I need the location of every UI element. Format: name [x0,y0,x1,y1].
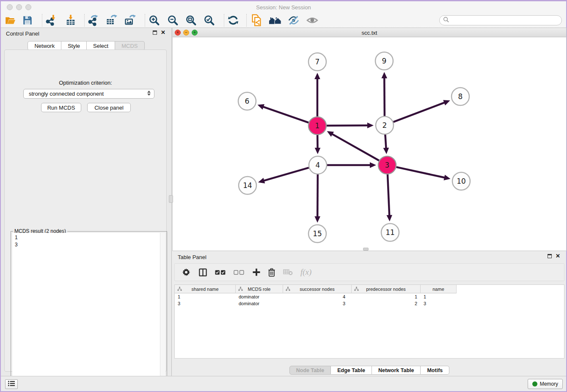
graph-edge-3-1[interactable] [332,134,379,160]
zoom-in-button[interactable] [147,14,161,26]
graph-edge-3-11[interactable] [388,174,389,216]
graph-edge-3-10[interactable] [396,167,445,178]
table-body: 1dominator4113dominator323 [175,293,564,307]
hide-panel-button[interactable] [286,14,301,26]
tab-network-table[interactable]: Network Table [372,366,421,375]
mcds-result-groupbox: MCDS result (2 nodes) 13 [11,231,167,390]
graph-edge-2-9[interactable] [384,77,385,116]
window-title: Session: New Session [1,4,566,11]
delete-table-button[interactable] [283,269,293,276]
memory-button[interactable]: Memory [528,379,563,389]
cell-successor-nodes: 3 [283,300,352,307]
graph-edge-1-6[interactable] [263,107,308,123]
zoom-in-icon [148,14,160,26]
graph-arrowhead-1-2 [367,122,374,128]
graph-node-label-8: 8 [458,92,463,101]
panel-divider-grip[interactable] [169,195,173,203]
run-mcds-button[interactable]: Run MCDS [41,103,81,112]
clone-network-button[interactable] [249,14,264,26]
tab-network[interactable]: Network [28,41,61,50]
select-all-columns-button[interactable] [215,269,226,276]
tab-style[interactable]: Style [61,41,87,50]
cell-predecessor-nodes: 1 [352,293,421,300]
graph-edge-1-2[interactable] [327,125,368,126]
function-builder-button[interactable]: f(x) [300,268,311,277]
mcds-result-line: 3 [15,241,163,248]
table-columns-button[interactable] [198,268,208,277]
tab-edge-table[interactable]: Edge Table [331,366,372,375]
graph-edge-2-3[interactable] [385,135,386,149]
column-header-name[interactable]: name [421,285,457,293]
graph-edge-2-8[interactable] [394,102,445,122]
float-panel-icon[interactable] [153,30,157,35]
memory-status-icon [532,381,537,386]
optimization-criterion-value: strongly connected component [29,91,104,97]
graph-arrowhead-4-15 [314,216,320,223]
graph-node-label-4: 4 [316,161,320,169]
import-network-icon [45,14,57,26]
tab-motifs[interactable]: Motifs [421,366,449,375]
table-settings-button[interactable] [182,268,191,277]
table-row[interactable]: 3dominator323 [175,300,564,307]
application-window: Session: New Session [0,0,567,392]
graph-edge-4-15[interactable] [317,174,318,217]
open-folder-icon [5,15,16,26]
export-network-button[interactable] [86,14,100,26]
zoom-out-button[interactable] [165,14,180,26]
tab-mcds[interactable]: MCDS [115,41,144,50]
save-session-button[interactable] [20,14,35,26]
graph-node-label-9: 9 [382,57,387,65]
column-header-predecessor-nodes[interactable]: predecessor nodes [352,285,421,293]
graph-edge-4-14[interactable] [263,168,308,181]
import-network-button[interactable] [44,14,58,26]
home-button[interactable] [268,14,282,26]
cell-name: 3 [421,300,457,307]
network-table-divider-grip[interactable] [363,248,369,251]
show-panel-button[interactable] [305,14,319,26]
optimization-criterion-select[interactable]: strongly connected component [23,89,154,99]
table-row[interactable]: 1dominator411 [175,293,564,300]
zoom-fit-button[interactable] [184,14,198,26]
status-bar: Memory [1,376,566,391]
task-history-button[interactable] [5,379,18,389]
deselect-all-columns-button[interactable] [234,269,245,276]
zoom-selected-button[interactable] [202,14,216,26]
table-panel-title: Table Panel [178,254,206,260]
table-panel: Table Panel ✕ f(x) shared nameMCDS roles… [173,251,566,376]
tab-node-table[interactable]: Node Table [289,366,331,375]
result-scrollbar[interactable] [160,233,165,389]
export-table-button[interactable] [104,14,118,26]
refresh-button[interactable] [226,14,240,26]
graph-arrowhead-2-3 [383,148,389,154]
column-header-successor-nodes[interactable]: successor nodes [283,285,352,293]
add-column-button[interactable] [252,268,261,276]
cell-mcds-role: dominator [236,300,283,307]
open-session-button[interactable] [3,14,17,26]
network-window-titlebar: × − + scc.txt [173,28,566,37]
mcds-result-textarea[interactable]: 13 [12,233,165,389]
column-header-shared-name[interactable]: shared name [175,285,236,293]
eye-icon [306,14,319,27]
cell-name: 1 [421,293,457,300]
delete-column-button[interactable] [268,268,276,277]
graph-node-label-7: 7 [315,58,320,66]
column-header-mcds-role[interactable]: MCDS role [236,285,283,293]
cell-successor-nodes: 4 [283,293,352,300]
close-panel-icon[interactable]: ✕ [161,30,165,35]
export-network-icon [87,14,99,26]
close-table-panel-icon[interactable]: ✕ [556,254,560,258]
network-canvas[interactable]: 7968124314101511 [173,37,566,251]
clone-network-icon [250,14,263,27]
float-table-panel-icon[interactable] [548,254,552,258]
graph-node-label-11: 11 [385,228,395,237]
close-panel-button[interactable]: Close panel [87,103,131,112]
table-header-row: shared nameMCDS rolesuccessor nodesprede… [175,285,564,293]
export-image-button[interactable] [123,14,137,26]
import-table-button[interactable] [63,14,78,26]
graph-node-label-6: 6 [245,97,250,105]
cell-shared-name: 1 [175,293,236,300]
tab-select[interactable]: Select [87,41,115,50]
table-toolbar: f(x) [174,263,564,281]
dropdown-stepper-icon [147,91,151,96]
search-input[interactable] [439,15,562,25]
